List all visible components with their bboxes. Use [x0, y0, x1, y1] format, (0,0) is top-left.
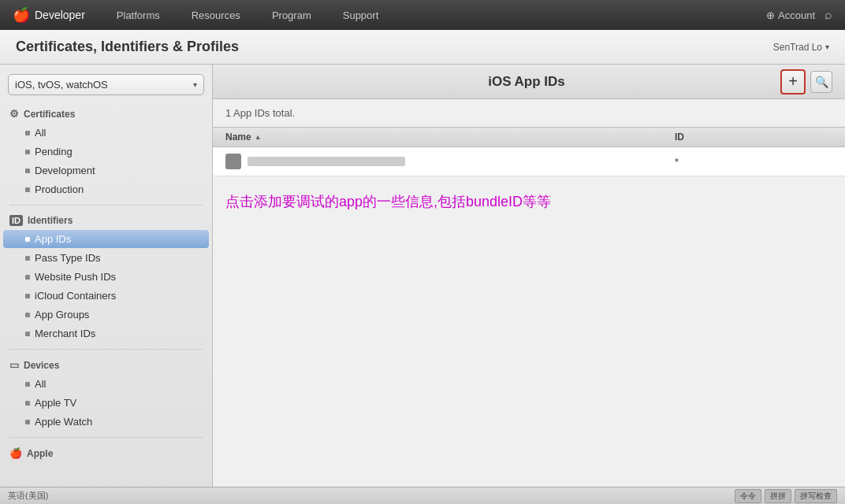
app-name-blurred	[248, 157, 405, 166]
nav-program[interactable]: Program	[256, 0, 327, 30]
search-button[interactable]: 🔍	[810, 71, 832, 93]
sub-header: Certificates, Identifiers & Profiles Sen…	[0, 30, 845, 65]
sidebar-item-app-ids[interactable]: App IDs	[3, 230, 209, 248]
search-icon[interactable]: ⌕	[825, 8, 832, 22]
sidebar: iOS, tvOS, watchOS ▾ ⚙ Certificates All …	[0, 65, 213, 504]
logo-area: 🍎 Developer	[13, 6, 85, 24]
nav-support[interactable]: Support	[327, 0, 395, 30]
apple-section: 🍎 Apple	[0, 444, 212, 462]
sidebar-item-apple-tv[interactable]: Apple TV	[3, 394, 209, 412]
devices-header: ▭ Devices	[0, 356, 212, 374]
platform-dropdown[interactable]: iOS, tvOS, watchOS ▾	[8, 74, 204, 95]
apple-logo-icon: 🍎	[13, 6, 30, 24]
dot-icon	[25, 313, 30, 317]
row-name-cell	[225, 154, 675, 169]
chevron-down-icon: ▾	[193, 80, 197, 89]
sidebar-item-icloud-containers[interactable]: iCloud Containers	[3, 287, 209, 305]
chevron-down-icon: ▾	[825, 43, 829, 51]
user-name: SenTrad Lo	[773, 42, 822, 53]
nav-resources[interactable]: Resources	[176, 0, 256, 30]
sidebar-item-label: Apple TV	[35, 397, 76, 409]
apple-label: Apple	[27, 448, 53, 459]
sidebar-item-label: iCloud Containers	[35, 290, 116, 302]
table-header: Name ▲ ID	[213, 127, 845, 147]
identifiers-label: Identifiers	[28, 215, 73, 226]
sidebar-item-website-push-ids[interactable]: Website Push IDs	[3, 268, 209, 286]
divider	[9, 437, 203, 438]
status-item-1[interactable]: 令令	[735, 489, 761, 503]
content-actions: + 🔍	[780, 69, 832, 94]
nav-right: ⊕ Account ⌕	[766, 8, 832, 22]
search-icon: 🔍	[815, 76, 828, 88]
dot-icon	[25, 401, 30, 406]
certificates-section: ⚙ Certificates All Pending Development P…	[0, 105, 212, 198]
sidebar-item-label: All	[35, 378, 46, 390]
sidebar-item-label: Merchant IDs	[35, 328, 95, 339]
status-bar: 英语(美国) 令令 拼拼 拼写检查	[0, 487, 845, 504]
annotation-text: 点击添加要调试的app的一些信息,包括bundleID等等	[213, 176, 845, 227]
divider	[9, 205, 203, 206]
certificates-label: Certificates	[24, 109, 75, 120]
top-navigation: 🍎 Developer Platforms Resources Program …	[0, 0, 845, 30]
col-id: ID	[675, 132, 832, 143]
sidebar-item-app-groups[interactable]: App Groups	[3, 306, 209, 324]
account-link[interactable]: ⊕ Account	[766, 9, 815, 21]
content-header: iOS App IDs + 🔍	[213, 65, 845, 99]
sidebar-item-label: Apple Watch	[35, 416, 92, 428]
platform-dropdown-label: iOS, tvOS, watchOS	[15, 79, 108, 91]
app-icon	[225, 154, 241, 169]
sidebar-item-apple-watch[interactable]: Apple Watch	[3, 413, 209, 431]
content-area: iOS App IDs + 🔍 1 App IDs total. Name ▲ …	[213, 65, 845, 504]
status-item-2[interactable]: 拼拼	[765, 489, 791, 503]
sidebar-item-cert-production[interactable]: Production	[3, 180, 209, 198]
main-layout: iOS, tvOS, watchOS ▾ ⚙ Certificates All …	[0, 65, 845, 504]
dot-icon	[25, 256, 30, 261]
devices-label: Devices	[24, 360, 59, 371]
sidebar-item-label: Production	[35, 183, 84, 195]
dot-icon	[25, 275, 30, 280]
count-bar: 1 App IDs total.	[213, 99, 845, 127]
divider	[9, 349, 203, 350]
table-row[interactable]: *	[213, 147, 845, 176]
identifiers-header: ID Identifiers	[0, 212, 212, 229]
nav-items: Platforms Resources Program Support	[101, 0, 766, 30]
nav-platforms[interactable]: Platforms	[101, 0, 176, 30]
dot-icon	[25, 187, 30, 192]
account-icon: ⊕	[766, 9, 775, 21]
sidebar-item-merchant-ids[interactable]: Merchant IDs	[3, 324, 209, 343]
dot-icon	[25, 131, 30, 135]
identifiers-section: ID Identifiers App IDs Pass Type IDs Web…	[0, 212, 212, 343]
sidebar-item-label: App IDs	[35, 233, 71, 245]
sidebar-item-label: All	[35, 127, 46, 139]
status-item-3[interactable]: 拼写检查	[795, 489, 837, 503]
devices-icon: ▭	[9, 359, 19, 371]
dot-icon	[25, 237, 30, 242]
sidebar-item-label: Development	[35, 165, 95, 176]
dot-icon	[25, 382, 30, 387]
dot-icon	[25, 169, 30, 173]
identifiers-icon: ID	[9, 215, 23, 226]
status-language: 英语(美国)	[8, 490, 48, 502]
content-body: 1 App IDs total. Name ▲ ID * 点击添加要调试的app…	[213, 99, 845, 504]
content-title: iOS App IDs	[273, 74, 780, 90]
sidebar-item-cert-development[interactable]: Development	[3, 161, 209, 180]
sidebar-item-cert-pending[interactable]: Pending	[3, 143, 209, 161]
sidebar-item-label: Pending	[35, 146, 73, 158]
sidebar-item-cert-all[interactable]: All	[3, 124, 209, 142]
sidebar-item-devices-all[interactable]: All	[3, 375, 209, 393]
row-id-cell: *	[675, 156, 832, 168]
account-label: Account	[778, 9, 815, 21]
col-name-label: Name	[225, 132, 251, 143]
dot-icon	[25, 294, 30, 298]
sidebar-item-pass-type-ids[interactable]: Pass Type IDs	[3, 249, 209, 267]
user-menu[interactable]: SenTrad Lo ▾	[773, 42, 829, 53]
add-button[interactable]: +	[780, 69, 806, 94]
col-name[interactable]: Name ▲	[225, 132, 675, 143]
sidebar-item-label: App Groups	[35, 309, 89, 321]
certificates-icon: ⚙	[9, 108, 19, 120]
dot-icon	[25, 420, 30, 424]
sort-arrow-icon: ▲	[255, 133, 262, 141]
page-title: Certificates, Identifiers & Profiles	[16, 39, 239, 55]
devices-section: ▭ Devices All Apple TV Apple Watch	[0, 356, 212, 431]
sidebar-item-label: Website Push IDs	[35, 271, 116, 283]
